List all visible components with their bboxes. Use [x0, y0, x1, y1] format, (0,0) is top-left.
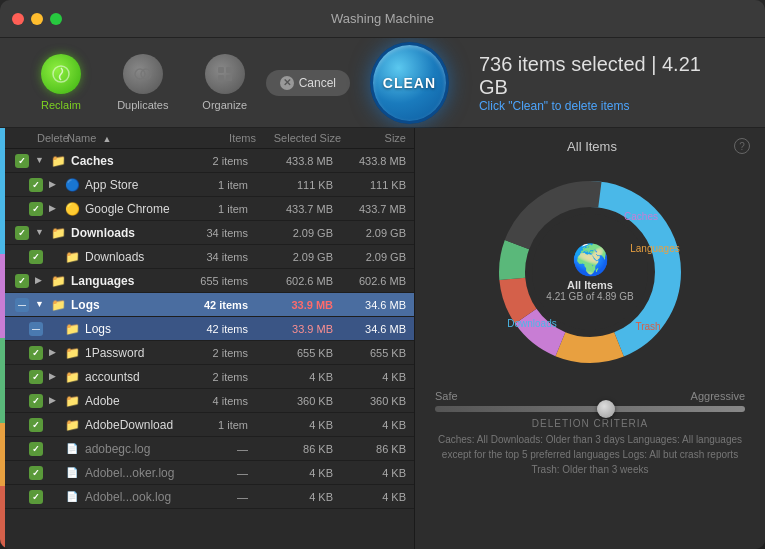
- file-icon: 📄: [64, 489, 80, 505]
- checkbox[interactable]: ✓: [29, 394, 43, 408]
- expand-icon[interactable]: ▶: [49, 179, 61, 191]
- minimize-button[interactable]: [31, 13, 43, 25]
- expand-spacer: [49, 419, 61, 431]
- duplicates-icon-svg: [132, 63, 154, 85]
- row-selsize: 360 KB: [256, 395, 341, 407]
- left-panel: Delete Name ▲ Items Selected Size Size ✓…: [0, 128, 415, 549]
- expand-icon[interactable]: ▶: [49, 203, 61, 215]
- main-content: Delete Name ▲ Items Selected Size Size ✓…: [0, 128, 765, 549]
- row-selsize: 33.9 MB: [256, 323, 341, 335]
- maximize-button[interactable]: [50, 13, 62, 25]
- checkbox[interactable]: —: [15, 298, 29, 312]
- col-items: Items: [196, 132, 256, 144]
- svg-rect-3: [218, 67, 224, 73]
- table-row[interactable]: — 📁 Logs 42 items 33.9 MB 34.6 MB: [5, 317, 414, 341]
- checkbox[interactable]: ✓: [15, 274, 29, 288]
- row-selsize: 33.9 MB: [256, 299, 341, 311]
- window-controls: [12, 13, 62, 25]
- slider-thumb[interactable]: [597, 400, 615, 418]
- checkbox[interactable]: ✓: [15, 154, 29, 168]
- slider-section: Safe Aggressive DELETION CRITERIA Caches…: [430, 390, 750, 477]
- row-size: 4 KB: [341, 491, 406, 503]
- expand-icon[interactable]: ▼: [35, 155, 47, 167]
- expand-icon[interactable]: ▶: [49, 371, 61, 383]
- expand-icon[interactable]: ▼: [35, 299, 47, 311]
- reclaim-icon: [41, 54, 81, 94]
- row-size: 602.6 MB: [341, 275, 406, 287]
- checkbox[interactable]: ✓: [29, 370, 43, 384]
- folder-icon: 📁: [64, 249, 80, 265]
- col-selsize: Selected Size: [256, 132, 341, 144]
- checkbox[interactable]: ✓: [15, 226, 29, 240]
- duplicates-tab[interactable]: Duplicates: [102, 46, 184, 119]
- file-icon: 📄: [64, 441, 80, 457]
- expand-icon[interactable]: ▶: [49, 347, 61, 359]
- folder-icon: 📁: [64, 417, 80, 433]
- reclaim-icon-svg: [50, 63, 72, 85]
- click-hint[interactable]: Click "Clean" to delete items: [479, 99, 630, 113]
- checkbox[interactable]: ✓: [29, 202, 43, 216]
- row-name: Adobe: [85, 394, 196, 408]
- table-row[interactable]: ✓ 📄 adobegc.log — 86 KB 86 KB: [5, 437, 414, 461]
- file-tree: Delete Name ▲ Items Selected Size Size ✓…: [5, 128, 414, 549]
- folder-icon: 📁: [64, 345, 80, 361]
- table-row[interactable]: ✓ ▼ 📁 Caches 2 items 433.8 MB 433.8 MB: [5, 149, 414, 173]
- checkbox[interactable]: ✓: [29, 490, 43, 504]
- app-icon: 🔵: [64, 177, 80, 193]
- table-row[interactable]: ✓ 📁 Downloads 34 items 2.09 GB 2.09 GB: [5, 245, 414, 269]
- reclaim-tab[interactable]: Reclaim: [20, 46, 102, 119]
- expand-icon[interactable]: ▶: [35, 275, 47, 287]
- svg-rect-5: [218, 75, 224, 81]
- cancel-button[interactable]: ✕ Cancel: [266, 70, 350, 96]
- table-row[interactable]: — ▼ 📁 Logs 42 items 33.9 MB 34.6 MB: [5, 293, 414, 317]
- close-button[interactable]: [12, 13, 24, 25]
- row-name: AdobeDownload: [85, 418, 196, 432]
- slider-track[interactable]: [435, 406, 745, 412]
- folder-icon: 📁: [50, 297, 66, 313]
- checkbox[interactable]: ✓: [29, 418, 43, 432]
- table-row[interactable]: ✓ ▶ 📁 Languages 655 items 602.6 MB 602.6…: [5, 269, 414, 293]
- table-row[interactable]: ✓ ▶ 🔵 App Store 1 item 111 KB 111 KB: [5, 173, 414, 197]
- titlebar: Washing Machine: [0, 0, 765, 38]
- col-size: Size: [341, 132, 406, 144]
- row-size: 111 KB: [341, 179, 406, 191]
- table-row[interactable]: ✓ ▶ 📁 1Password 2 items 655 KB 655 KB: [5, 341, 414, 365]
- info-icon[interactable]: ?: [734, 138, 750, 154]
- folder-icon: 📁: [50, 153, 66, 169]
- row-items: 34 items: [196, 251, 256, 263]
- row-items: 42 items: [196, 323, 256, 335]
- table-row[interactable]: ✓ 📄 Adobel...ook.log — 4 KB 4 KB: [5, 485, 414, 509]
- table-row[interactable]: ✓ 📁 AdobeDownload 1 item 4 KB 4 KB: [5, 413, 414, 437]
- organize-tab[interactable]: Organize: [184, 46, 266, 119]
- row-size: 86 KB: [341, 443, 406, 455]
- app-window: Washing Machine Reclaim Duplicates: [0, 0, 765, 549]
- svg-text:Languages: Languages: [630, 243, 680, 254]
- table-row[interactable]: ✓ 📄 Adobel...oker.log — 4 KB 4 KB: [5, 461, 414, 485]
- row-name: Downloads: [85, 250, 196, 264]
- checkbox[interactable]: ✓: [29, 466, 43, 480]
- checkbox[interactable]: ✓: [29, 178, 43, 192]
- row-items: 1 item: [196, 419, 256, 431]
- table-row[interactable]: ✓ ▶ 📁 accountsd 2 items 4 KB 4 KB: [5, 365, 414, 389]
- organize-icon: [205, 54, 245, 94]
- selected-count: 736 items selected | 4.21 GB: [479, 53, 725, 99]
- row-selsize: 4 KB: [256, 467, 341, 479]
- table-row[interactable]: ✓ ▶ 📁 Adobe 4 items 360 KB 360 KB: [5, 389, 414, 413]
- checkbox[interactable]: ✓: [29, 442, 43, 456]
- expand-icon[interactable]: ▶: [49, 395, 61, 407]
- deletion-criteria-title: DELETION CRITERIA: [435, 418, 745, 429]
- row-name: Adobel...oker.log: [85, 466, 196, 480]
- table-row[interactable]: ✓ ▼ 📁 Downloads 34 items 2.09 GB 2.09 GB: [5, 221, 414, 245]
- checkbox[interactable]: ✓: [29, 346, 43, 360]
- clean-label: CLEAN: [383, 75, 436, 91]
- donut-svg: Caches Languages Trash Downloads: [480, 162, 700, 382]
- table-row[interactable]: ✓ ▶ 🟡 Google Chrome 1 item 433.7 MB 433.…: [5, 197, 414, 221]
- row-selsize: 433.7 MB: [256, 203, 341, 215]
- checkbox[interactable]: —: [29, 322, 43, 336]
- checkbox[interactable]: ✓: [29, 250, 43, 264]
- clean-button[interactable]: CLEAN: [370, 42, 449, 124]
- row-selsize: 2.09 GB: [256, 251, 341, 263]
- row-size: 655 KB: [341, 347, 406, 359]
- folder-icon: 📁: [64, 369, 80, 385]
- expand-icon[interactable]: ▼: [35, 227, 47, 239]
